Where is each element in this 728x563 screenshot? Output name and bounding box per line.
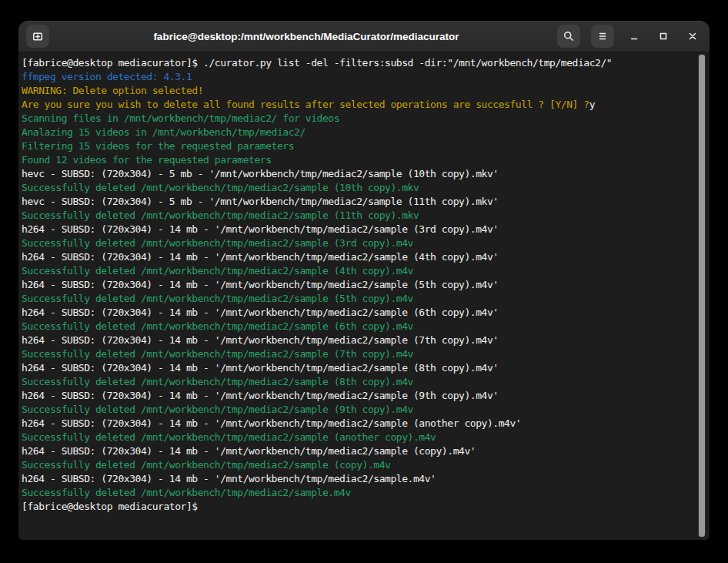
terminal-line: WARNING: Delete option selected!: [22, 84, 693, 98]
terminal-line: Successfully deleted /mnt/workbench/tmp/…: [22, 236, 693, 250]
terminal-line: Successfully deleted /mnt/workbench/tmp/…: [22, 486, 693, 500]
window-title: fabrice@desktop:/mnt/workbench/MediaCura…: [80, 31, 533, 42]
terminal-line: Successfully deleted /mnt/workbench/tmp/…: [22, 264, 693, 278]
terminal-line: h264 - SUBSD: (720x304) - 14 mb - '/mnt/…: [22, 250, 693, 264]
terminal-line: h264 - SUBSD: (720x304) - 14 mb - '/mnt/…: [22, 417, 693, 431]
terminal-line: ffmpeg version detected: 4.3.1: [22, 70, 693, 84]
terminal-line: Successfully deleted /mnt/workbench/tmp/…: [22, 458, 693, 472]
desktop-background: fabrice@desktop:/mnt/workbench/MediaCura…: [0, 0, 728, 563]
terminal-window: fabrice@desktop:/mnt/workbench/MediaCura…: [18, 21, 710, 540]
scrollbar[interactable]: [696, 52, 710, 540]
scrollbar-thumb[interactable]: [698, 54, 706, 538]
terminal-line: Successfully deleted /mnt/workbench/tmp/…: [22, 292, 693, 306]
terminal-line: h264 - SUBSD: (720x304) - 14 mb - '/mnt/…: [22, 278, 693, 292]
terminal-line: h264 - SUBSD: (720x304) - 14 mb - '/mnt/…: [22, 361, 693, 375]
terminal-line: h264 - SUBSD: (720x304) - 14 mb - '/mnt/…: [22, 389, 693, 403]
search-button[interactable]: [557, 25, 580, 48]
search-icon: [563, 30, 575, 42]
new-tab-button[interactable]: [26, 25, 49, 48]
terminal-line: Are you sure you wish to delete all foun…: [22, 98, 693, 112]
maximize-button[interactable]: [654, 27, 673, 45]
terminal-line: Analazing 15 videos in /mnt/workbench/tm…: [22, 126, 693, 139]
hamburger-menu-icon: [596, 30, 609, 42]
close-icon: [686, 30, 699, 42]
minimize-icon: [628, 30, 640, 42]
terminal-viewport[interactable]: [fabrice@desktop mediacurator]$ ./curato…: [18, 52, 710, 540]
terminal-output: [fabrice@desktop mediacurator]$ ./curato…: [22, 56, 693, 514]
terminal-line: h264 - SUBSD: (720x304) - 14 mb - '/mnt/…: [22, 306, 693, 320]
terminal-line: Successfully deleted /mnt/workbench/tmp/…: [22, 181, 693, 195]
terminal-line: [fabrice@desktop mediacurator]$: [22, 500, 693, 514]
terminal-line: h264 - SUBSD: (720x304) - 14 mb - '/mnt/…: [22, 223, 693, 236]
terminal-line: Successfully deleted /mnt/workbench/tmp/…: [22, 209, 693, 223]
terminal-line: Filtering 15 videos for the requested pa…: [22, 139, 693, 153]
terminal-line: h264 - SUBSD: (720x304) - 14 mb - '/mnt/…: [22, 472, 693, 486]
terminal-line: Found 12 videos for the requested parame…: [22, 153, 693, 167]
terminal-line: Successfully deleted /mnt/workbench/tmp/…: [22, 347, 693, 361]
titlebar-controls: [557, 25, 702, 48]
titlebar[interactable]: fabrice@desktop:/mnt/workbench/MediaCura…: [18, 21, 710, 52]
terminal-line: h264 - SUBSD: (720x304) - 14 mb - '/mnt/…: [22, 333, 693, 347]
new-tab-icon: [32, 30, 44, 42]
terminal-line: Successfully deleted /mnt/workbench/tmp/…: [22, 375, 693, 389]
terminal-line: Successfully deleted /mnt/workbench/tmp/…: [22, 431, 693, 444]
terminal-line: [fabrice@desktop mediacurator]$ ./curato…: [22, 56, 693, 70]
menu-button[interactable]: [591, 25, 614, 48]
terminal-line: hevc - SUBSD: (720x304) - 5 mb - '/mnt/w…: [22, 167, 693, 181]
maximize-icon: [657, 30, 670, 42]
terminal-line: Scanning files in /mnt/workbench/tmp/med…: [22, 112, 693, 126]
terminal-line: h264 - SUBSD: (720x304) - 14 mb - '/mnt/…: [22, 444, 693, 458]
terminal-line: Successfully deleted /mnt/workbench/tmp/…: [22, 320, 693, 333]
minimize-button[interactable]: [625, 27, 643, 45]
terminal-line: Successfully deleted /mnt/workbench/tmp/…: [22, 403, 693, 417]
close-button[interactable]: [683, 27, 702, 45]
terminal-line: hevc - SUBSD: (720x304) - 5 mb - '/mnt/w…: [22, 195, 693, 209]
